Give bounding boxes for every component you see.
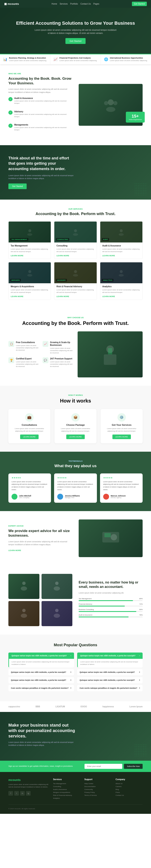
instagram-icon[interactable]: ig (26, 791, 31, 796)
make-content: Make your business stand out with our pe… (8, 722, 76, 747)
faq-chevron-1-3: + (70, 679, 71, 681)
nav-contact[interactable]: Contact Us (80, 3, 91, 5)
faq-q-1-2[interactable]: Quisque varius turpis nec nibh molestie,… (8, 669, 74, 675)
footer-link-tax[interactable]: Tax Management (53, 783, 80, 784)
faq-q-1-3[interactable]: Quisque varius turpis nec nibh molestie,… (8, 677, 74, 683)
service-card-desc-analytics: Lorem ipsum dolor sit amet consectetur a… (102, 289, 140, 294)
feature-icon-3: 🌐 (104, 57, 108, 61)
newsletter-section: Sign up our newsletter to get update inf… (0, 761, 151, 772)
testimonials-section: TESTIMONIALS What they say about us ★★★★… (0, 452, 151, 511)
footer-link-community[interactable]: Community (84, 788, 111, 790)
service-tag-audit: AUDIT (102, 238, 109, 241)
how-btn-3[interactable]: LEARN MORE (112, 435, 131, 439)
service-desc-mgmt: Lorem ipsum dolor sit amet consectetur a… (14, 126, 72, 131)
faq-q-2-2[interactable]: Quisque varius turpis nec nibh molestie,… (77, 669, 143, 675)
how-btn-2[interactable]: LEARN MORE (66, 435, 85, 439)
hero-feature-2: 📈 Financial Projections And Analysis Lor… (50, 54, 101, 64)
hero-content: Efficient Accounting Solutions to Grow Y… (8, 20, 143, 44)
nav-cta-button[interactable]: Get Started (132, 2, 147, 6)
feature-title-1: Business Planning, Strategy & Execution (9, 57, 46, 59)
how-it-works-section: HOW IT WORKS How it works 💼 Consultation… (0, 386, 151, 452)
facebook-icon[interactable]: f (8, 791, 13, 796)
service-icon-audit: ✓ (8, 97, 12, 101)
footer-link-press[interactable]: Press (116, 792, 143, 793)
faq-grid: Quisque varius turpis nec nibh molestie,… (8, 653, 143, 693)
footer: mcounts Lorem ipsum dolor sit amet conse… (0, 772, 151, 814)
service-card-consulting: CONSULTING Consulting Lorem ipsum dolor … (54, 221, 97, 259)
social-icons: f t in ig (8, 791, 49, 796)
learn-more-tax[interactable]: LEARN MORE (11, 255, 49, 257)
learn-more-consulting[interactable]: LEARN MORE (56, 255, 94, 257)
footer-link-risk[interactable]: Risk & Financial Advisory (53, 794, 80, 796)
svg-point-29 (54, 614, 60, 618)
footer-link-privacy[interactable]: Privacy Policy (84, 792, 111, 793)
faq-q-1-4[interactable]: Cum sociis natoque penatibus et magnis d… (8, 685, 74, 691)
every-img-1 (8, 574, 40, 599)
services-section: OUR SERVICES Accounting by the Book. Per… (0, 199, 151, 308)
how-icon-consultations: 💼 (25, 413, 33, 422)
faq-q-2-4[interactable]: Cum sociis natoque penatibus et magnis d… (77, 685, 143, 691)
services-grid: TAX MANAGEMENT Tax Management Lorem ipsu… (8, 221, 143, 300)
learn-more-mergers[interactable]: LEARN MORE (11, 296, 49, 298)
footer-services-title: Services (53, 778, 80, 780)
service-tag-consulting: CONSULTING (56, 238, 69, 241)
avatar-3 (103, 494, 109, 500)
why-tag: WHY CHOOSE US (8, 316, 143, 319)
service-card-desc-mergers: Lorem ipsum dolor sit amet consectetur a… (11, 289, 49, 294)
expert-cta[interactable]: LEARN MORE (8, 549, 72, 552)
how-btn-1[interactable]: LEARN MORE (20, 435, 39, 439)
service-tag-mergers: MERGERS (10, 279, 21, 282)
newsletter-email-input[interactable] (84, 764, 122, 769)
progress-fill-audit (79, 617, 129, 617)
faq-q-2-3[interactable]: Quisque varius turpis nec nibh molestie,… (77, 677, 143, 683)
linkedin-icon[interactable]: in (20, 791, 25, 796)
footer-link-analytics[interactable]: Analytics (53, 797, 80, 799)
twitter-icon[interactable]: t (14, 791, 19, 796)
make-section: Make your business stand out with our pe… (0, 712, 151, 761)
footer-link-terms[interactable]: Terms of Service (84, 794, 111, 796)
faq-chevron-2-1: − (139, 655, 140, 657)
why-feature-support: 💬 24/7 Premium Support Lorem ipsum dolor… (43, 357, 74, 368)
testimonial-author-1: John Mitchell CEO, Company (11, 494, 48, 500)
testimonial-card-1: ★★★★★ Lorem ipsum dolor sit amet consect… (8, 473, 51, 503)
testimonial-text-2: Lorem ipsum dolor sit amet consectetur a… (57, 480, 94, 491)
why-feature-desc-1: Lorem ipsum dolor sit amet consectetur a… (16, 344, 40, 351)
nav-pages[interactable]: Pages (93, 3, 99, 5)
progress-fill-tax (79, 600, 133, 601)
logo[interactable]: ▦ mcounts (4, 2, 19, 5)
think-cta-button[interactable]: Get Started (8, 184, 27, 189)
footer-link-mergers[interactable]: Mergers & Acquisitions (53, 792, 80, 793)
footer-link-careers[interactable]: Careers (116, 785, 143, 787)
faq-q-2-1[interactable]: Quisque varius turpis nec nibh molestie,… (78, 653, 143, 659)
newsletter-subscribe-button[interactable]: Subscribe Now (124, 764, 143, 769)
make-dots-decoration (134, 744, 147, 756)
testimonials-title: What they say about us (8, 464, 143, 468)
learn-more-audit[interactable]: LEARN MORE (102, 255, 140, 257)
nav-home[interactable]: Home (52, 3, 57, 5)
footer-bottom: © 2024 mcounts. All rights reserved. (8, 804, 143, 810)
learn-more-analytics[interactable]: LEARN MORE (102, 296, 140, 298)
hero-cta-button[interactable]: Get Started (66, 38, 85, 44)
expert-description: Lorem ipsum dolor sit amet consectetur a… (8, 540, 72, 546)
footer-link-blog[interactable]: Blog (116, 788, 143, 790)
feature-title-2: Financial Projections And Analysis (59, 57, 97, 59)
service-card-title-risk: Risk & Financial Advisory (56, 285, 94, 288)
footer-link-docs[interactable]: Documentation (84, 785, 111, 787)
footer-description: Lorem ipsum dolor sit amet consectetur a… (8, 783, 49, 789)
clients-section: cappuccino BBB LIGATUM OOOO happieness L… (0, 701, 151, 712)
footer-link-contact[interactable]: Contact Us (116, 794, 143, 796)
stat-badge: 15+ Years Experience (126, 112, 145, 123)
footer-link-consulting[interactable]: Consulting (53, 785, 80, 787)
why-icon-support: 💬 (43, 357, 48, 363)
footer-link-help[interactable]: Help Center (84, 783, 111, 784)
client-logo-3: LIGATUM (56, 706, 65, 708)
faq-item-2-3: Quisque varius turpis nec nibh molestie,… (77, 677, 143, 683)
footer-link-about[interactable]: About Us (116, 783, 143, 784)
nav-services[interactable]: Services (59, 3, 68, 5)
faq-a-2-1: Lorem ipsum dolor sit amet consectetur a… (78, 659, 143, 668)
nav-portfolio[interactable]: Portfolio (70, 3, 78, 5)
svg-point-2 (104, 101, 108, 105)
faq-q-1-1[interactable]: Quisque varius turpis nec nibh molestie,… (9, 653, 74, 659)
learn-more-risk[interactable]: LEARN MORE (56, 296, 94, 298)
footer-link-audit[interactable]: Audit & Assurance (53, 788, 80, 790)
